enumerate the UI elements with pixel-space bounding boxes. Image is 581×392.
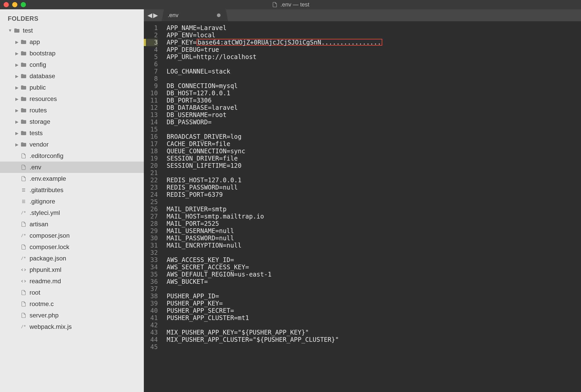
tree-item-label: .styleci.yml <box>30 209 60 216</box>
tab-label: .env <box>168 12 179 19</box>
file-item-server-php[interactable]: server.php <box>0 310 144 321</box>
code-line[interactable] <box>167 126 581 133</box>
folder-item-storage[interactable]: ▶storage <box>0 116 144 127</box>
code-line[interactable]: DB_PASSWORD= <box>167 119 581 126</box>
code-line[interactable] <box>167 285 581 293</box>
code-line[interactable]: LOG_CHANNEL=stack <box>167 68 581 75</box>
folder-item-public[interactable]: ▶public <box>0 82 144 93</box>
code-line[interactable]: SESSION_LIFETIME=120 <box>167 162 581 169</box>
code-line[interactable]: PUSHER_APP_CLUSTER=mt1 <box>167 314 581 322</box>
file-item--gitignore[interactable]: .gitignore <box>0 196 144 207</box>
code-line[interactable]: PUSHER_APP_SECRET= <box>167 307 581 314</box>
code-line[interactable]: MAIL_PORT=2525 <box>167 220 581 227</box>
code-line[interactable] <box>167 249 581 256</box>
file-item--editorconfig[interactable]: .editorconfig <box>0 150 144 162</box>
window-minimize-button[interactable] <box>12 2 17 7</box>
line-number: 13 <box>146 111 158 119</box>
file-item-package-json[interactable]: package.json <box>0 253 144 264</box>
code-line[interactable]: BROADCAST_DRIVER=log <box>167 133 581 140</box>
line-number: 6 <box>146 61 158 68</box>
file-item-root[interactable]: root <box>0 287 144 298</box>
code-line[interactable]: APP_KEY=base64:atCWOjZ+0RUAjcJCjSJOiCgSn… <box>167 39 581 46</box>
code-line[interactable]: MAIL_ENCRYPTION=null <box>167 242 581 249</box>
window-maximize-button[interactable] <box>21 2 26 7</box>
code-line[interactable]: DB_CONNECTION=mysql <box>167 82 581 90</box>
list-icon <box>20 198 27 205</box>
file-item-composer-json[interactable]: composer.json <box>0 230 144 241</box>
code-line[interactable]: APP_ENV=local <box>167 32 581 39</box>
code-line[interactable]: AWS_ACCESS_KEY_ID= <box>167 256 581 264</box>
folder-item-resources[interactable]: ▶resources <box>0 93 144 105</box>
code-line[interactable] <box>167 75 581 82</box>
file-item--styleci-yml[interactable]: .styleci.yml <box>0 207 144 219</box>
nav-next-icon[interactable]: ▶ <box>153 12 158 19</box>
code-line[interactable]: MAIL_USERNAME=null <box>167 227 581 235</box>
code-area[interactable]: APP_NAME=LaravelAPP_ENV=localAPP_KEY=bas… <box>161 21 581 392</box>
code-line[interactable]: QUEUE_CONNECTION=sync <box>167 148 581 155</box>
tree-item-label: test <box>23 27 33 34</box>
tree-item-label: .gitattributes <box>30 186 63 194</box>
code-line[interactable]: APP_NAME=Laravel <box>167 24 581 32</box>
code-line[interactable]: DB_PORT=3306 <box>167 97 581 104</box>
chevron-right-icon: ▶ <box>15 131 19 136</box>
code-line[interactable]: DB_USERNAME=root <box>167 111 581 119</box>
editor-body[interactable]: 1234567891011121314151617181920212223242… <box>144 21 581 392</box>
file-item-composer-lock[interactable]: composer.lock <box>0 241 144 253</box>
code-line[interactable] <box>167 198 581 206</box>
tree-item-label: server.php <box>30 312 59 319</box>
folder-item-routes[interactable]: ▶routes <box>0 105 144 116</box>
folder-item-app[interactable]: ▶app <box>0 36 144 48</box>
tab-env[interactable]: .env <box>161 9 228 21</box>
code-line[interactable] <box>167 61 581 68</box>
nav-prev-icon[interactable]: ◀ <box>147 12 152 19</box>
line-number: 16 <box>146 133 158 140</box>
file-item--env-example[interactable]: .env.example <box>0 173 144 184</box>
file-item-readme-md[interactable]: readme.md <box>0 275 144 287</box>
folder-item-tests[interactable]: ▶tests <box>0 127 144 139</box>
code-line[interactable]: PUSHER_APP_KEY= <box>167 300 581 307</box>
code-line[interactable]: APP_URL=http://localhost <box>167 53 581 61</box>
line-number: 23 <box>146 184 158 191</box>
code-line[interactable]: REDIS_PASSWORD=null <box>167 184 581 191</box>
code-line[interactable]: MIX_PUSHER_APP_KEY="${PUSHER_APP_KEY}" <box>167 329 581 336</box>
file-icon <box>20 244 27 250</box>
code-line[interactable] <box>167 343 581 351</box>
code-line[interactable]: AWS_BUCKET= <box>167 278 581 285</box>
code-line[interactable]: AWS_SECRET_ACCESS_KEY= <box>167 264 581 271</box>
code-line[interactable]: MAIL_DRIVER=smtp <box>167 206 581 213</box>
tree-item-label: public <box>30 84 46 91</box>
code-line[interactable]: MAIL_PASSWORD=null <box>167 235 581 242</box>
line-number: 20 <box>146 162 158 169</box>
code-line[interactable]: DB_HOST=127.0.0.1 <box>167 90 581 97</box>
code-line[interactable]: AWS_DEFAULT_REGION=us-east-1 <box>167 271 581 278</box>
code-line[interactable]: PUSHER_APP_ID= <box>167 293 581 300</box>
folder-item-database[interactable]: ▶database <box>0 70 144 82</box>
code-line[interactable] <box>167 322 581 329</box>
tree-item-label: resources <box>30 95 57 103</box>
folder-item-config[interactable]: ▶config <box>0 59 144 70</box>
tree-item-label: storage <box>30 118 50 125</box>
folder-item-bootstrap[interactable]: ▶bootstrap <box>0 48 144 59</box>
file-item-rootme-c[interactable]: rootme.c <box>0 298 144 310</box>
code-line[interactable]: SESSION_DRIVER=file <box>167 155 581 162</box>
code-line[interactable]: MIX_PUSHER_APP_CLUSTER="${PUSHER_APP_CLU… <box>167 336 581 343</box>
code-line[interactable]: CACHE_DRIVER=file <box>167 140 581 148</box>
folder-item-test[interactable]: ▼test <box>0 25 144 36</box>
window-close-button[interactable] <box>4 2 9 7</box>
file-item-webpack-mix-js[interactable]: webpack.mix.js <box>0 321 144 332</box>
folder-item-vendor[interactable]: ▶vendor <box>0 139 144 150</box>
file-icon <box>20 153 27 159</box>
file-item--gitattributes[interactable]: .gitattributes <box>0 184 144 196</box>
code-line[interactable]: REDIS_HOST=127.0.0.1 <box>167 177 581 184</box>
line-number: 4 <box>146 46 158 53</box>
code-line[interactable]: REDIS_PORT=6379 <box>167 191 581 198</box>
code-line[interactable]: DB_DATABASE=laravel <box>167 104 581 111</box>
code-line[interactable]: APP_DEBUG=true <box>167 46 581 53</box>
code-line[interactable]: MAIL_HOST=smtp.mailtrap.io <box>167 213 581 220</box>
code-line[interactable] <box>167 169 581 177</box>
file-icon <box>20 221 27 227</box>
file-item--env[interactable]: .env <box>0 162 144 173</box>
file-item-artisan[interactable]: artisan <box>0 219 144 230</box>
file-item-phpunit-xml[interactable]: phpunit.xml <box>0 264 144 275</box>
comment-icon <box>20 255 27 262</box>
